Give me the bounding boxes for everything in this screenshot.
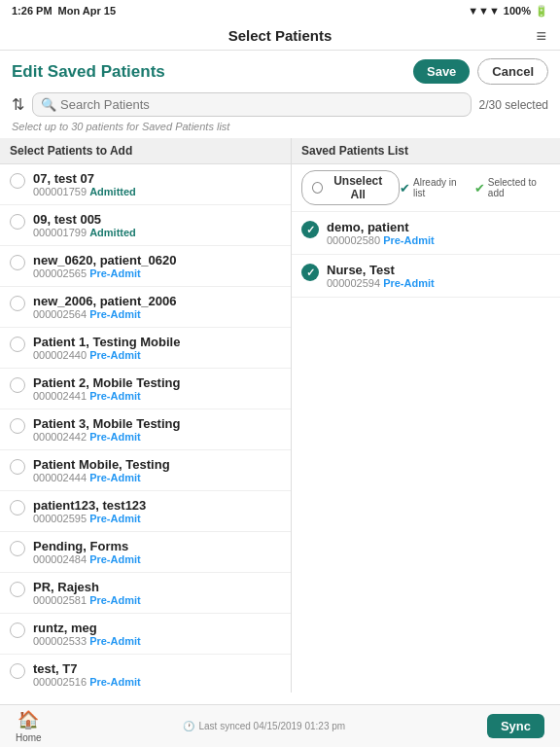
patient-status: Admitted: [89, 227, 136, 238]
radio-button[interactable]: [10, 582, 25, 597]
home-label: Home: [16, 732, 42, 743]
patient-list-item[interactable]: Patient 2, Mobile Testing000002441 Pre-A…: [0, 369, 291, 409]
patient-list-item[interactable]: new_0620, patient_0620000002565 Pre-Admi…: [0, 246, 291, 287]
patient-id: 000002516: [33, 676, 89, 688]
patient-list-item[interactable]: test, T7000002516 Pre-Admit: [0, 655, 291, 693]
radio-button[interactable]: [10, 255, 25, 270]
patient-id-status: 000002440 Pre-Admit: [33, 349, 180, 361]
patient-list-item[interactable]: 07, test 07000001759 Admitted: [0, 164, 291, 205]
radio-button[interactable]: [10, 418, 25, 434]
radio-button[interactable]: [10, 377, 25, 393]
patient-status: Pre-Admit: [89, 553, 141, 565]
legend-selected-to-add: ✔ Selected to add: [474, 177, 550, 198]
subtitle: Select up to 30 patients for Saved Patie…: [0, 121, 560, 138]
menu-icon[interactable]: ≡: [536, 25, 546, 46]
patient-name: new_2006, patient_2006: [33, 294, 176, 308]
patient-list-item[interactable]: Patient Mobile, Testing000002444 Pre-Adm…: [0, 450, 291, 491]
saved-patient-id: 000002594: [327, 277, 383, 289]
selected-count: 2/30 selected: [479, 98, 548, 112]
patient-status: Pre-Admit: [89, 431, 141, 443]
home-button[interactable]: 🏠 Home: [16, 709, 42, 743]
radio-button[interactable]: [10, 296, 25, 311]
patient-info: new_0620, patient_0620000002565 Pre-Admi…: [33, 253, 176, 279]
radio-button[interactable]: [10, 337, 25, 352]
radio-button[interactable]: [10, 214, 25, 230]
sort-icon[interactable]: ⇅: [12, 95, 24, 114]
patient-list-item[interactable]: 09, test 005000001799 Admitted: [0, 205, 291, 246]
patient-status: Pre-Admit: [89, 513, 141, 524]
home-icon: 🏠: [18, 709, 39, 730]
radio-button[interactable]: [10, 541, 25, 556]
search-input[interactable]: [60, 97, 463, 112]
patient-list: 07, test 07000001759 Admitted09, test 00…: [0, 164, 291, 693]
patient-info: runtz, meg000002533 Pre-Admit: [33, 621, 141, 647]
patient-id-status: 000002564 Pre-Admit: [33, 308, 176, 320]
patient-info: test, T7000002516 Pre-Admit: [33, 661, 141, 688]
sync-button[interactable]: Sync: [487, 714, 544, 738]
radio-button[interactable]: [10, 622, 25, 638]
patient-id-status: 000002441 Pre-Admit: [33, 390, 180, 402]
patient-name: Pending, Forms: [33, 539, 141, 553]
wifi-icon: ▼▼▼: [468, 5, 500, 17]
saved-list-item[interactable]: Nurse, Test000002594 Pre-Admit: [292, 255, 560, 298]
saved-patient-id: 000002580: [327, 234, 383, 246]
status-bar: 1:26 PM Mon Apr 15 ▼▼▼ 100% 🔋: [0, 0, 560, 21]
radio-button[interactable]: [10, 663, 25, 679]
patient-id: 000002565: [33, 267, 89, 279]
patient-id-status: 000002516 Pre-Admit: [33, 676, 141, 688]
patient-list-item[interactable]: new_2006, patient_2006000002564 Pre-Admi…: [0, 287, 291, 328]
patient-id-status: 000002581 Pre-Admit: [33, 594, 141, 606]
patient-info: 07, test 07000001759 Admitted: [33, 171, 136, 197]
radio-button[interactable]: [10, 173, 25, 189]
edit-title: Edit Saved Patients: [12, 62, 405, 82]
left-panel: Select Patients to Add 07, test 07000001…: [0, 138, 292, 693]
patient-list-item[interactable]: runtz, meg000002533 Pre-Admit: [0, 614, 291, 655]
already-in-list-label: Already in list: [413, 177, 467, 198]
page-title: Select Patients: [228, 27, 332, 44]
patient-status: Pre-Admit: [89, 349, 141, 361]
patient-info: patient123, test123000002595 Pre-Admit: [33, 498, 146, 524]
patient-list-item[interactable]: Patient 3, Mobile Testing000002442 Pre-A…: [0, 409, 291, 450]
patient-id-status: 000002565 Pre-Admit: [33, 267, 176, 279]
toolbar: ⇅ 🔍 2/30 selected: [0, 89, 560, 121]
date: Mon Apr 15: [58, 5, 117, 17]
patient-id: 000002440: [33, 349, 89, 361]
patient-status: Pre-Admit: [89, 472, 141, 483]
patient-name: Patient 3, Mobile Testing: [33, 416, 180, 431]
battery-icon: 🔋: [535, 5, 548, 18]
patient-list-item[interactable]: PR, Rajesh000002581 Pre-Admit: [0, 573, 291, 614]
patient-info: PR, Rajesh000002581 Pre-Admit: [33, 580, 141, 606]
patient-id: 000002533: [33, 635, 89, 647]
save-button[interactable]: Save: [413, 59, 470, 84]
unselect-all-button[interactable]: Unselect All: [301, 170, 400, 205]
patient-list-item[interactable]: patient123, test123000002595 Pre-Admit: [0, 491, 291, 532]
patient-name: 07, test 07: [33, 171, 136, 186]
left-panel-header: Select Patients to Add: [0, 138, 291, 164]
patient-name: Patient 2, Mobile Testing: [33, 375, 180, 390]
patient-id-status: 000002595 Pre-Admit: [33, 513, 146, 524]
patient-status: Admitted: [89, 186, 136, 197]
patient-list-item[interactable]: Pending, Forms000002484 Pre-Admit: [0, 532, 291, 573]
patient-status: Pre-Admit: [89, 267, 141, 279]
patient-name: PR, Rajesh: [33, 580, 141, 594]
patient-list-item[interactable]: Patient 1, Testing Mobile000002440 Pre-A…: [0, 328, 291, 369]
saved-patient-status: Pre-Admit: [383, 234, 435, 246]
last-synced-text: Last synced 04/15/2019 01:23 pm: [198, 721, 345, 731]
saved-list-item[interactable]: demo, patient000002580 Pre-Admit: [292, 212, 560, 255]
patient-id: 000002595: [33, 513, 89, 524]
time: 1:26 PM: [12, 5, 52, 17]
patient-info: 09, test 005000001799 Admitted: [33, 212, 136, 238]
patient-name: runtz, meg: [33, 621, 141, 635]
patient-status: Pre-Admit: [89, 390, 141, 402]
patient-id-status: 000002444 Pre-Admit: [33, 472, 170, 483]
radio-button[interactable]: [10, 459, 25, 475]
patient-name: 09, test 005: [33, 212, 136, 227]
edit-header: Edit Saved Patients Save Cancel: [0, 51, 560, 89]
cancel-button[interactable]: Cancel: [477, 58, 548, 85]
unselect-all-label: Unselect All: [327, 174, 389, 201]
saved-patient-name: Nurse, Test: [327, 263, 435, 277]
patient-status: Pre-Admit: [89, 676, 141, 688]
radio-button[interactable]: [10, 500, 25, 516]
patient-id: 000002444: [33, 472, 89, 483]
patient-info: Pending, Forms000002484 Pre-Admit: [33, 539, 141, 565]
